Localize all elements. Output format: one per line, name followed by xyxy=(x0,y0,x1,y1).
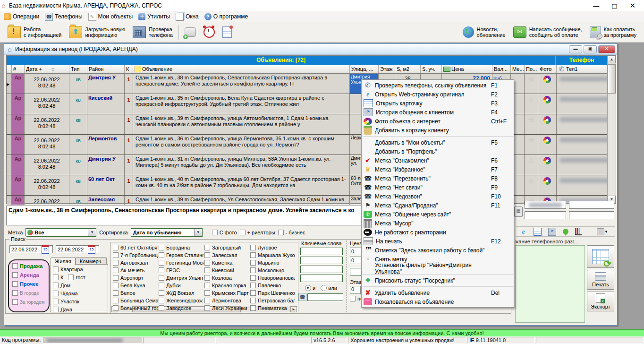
date-to-input[interactable] xyxy=(56,246,88,253)
context-menu-item-16[interactable]: Метка "Общение через сайт" xyxy=(362,210,514,219)
talk-content-textarea[interactable] xyxy=(515,245,585,323)
district-checkbox[interactable] xyxy=(113,283,119,288)
column-header-4[interactable]: Район xyxy=(87,65,125,73)
send-message-button[interactable]: ✉Написать сообщение, сообщить об оплате xyxy=(509,22,586,42)
table-row-3[interactable]: Ар22.06.20228:02:48кв1Сдам 1-комн.кв., 3… xyxy=(7,114,616,135)
photo-icon[interactable] xyxy=(543,116,551,124)
context-menu-item-4[interactable]: История общения с клиентомF4 xyxy=(362,108,514,117)
table-row-5[interactable]: Ар22.06.20228:02:48квДмитрия У1Сдам 1-ко… xyxy=(7,155,616,175)
table-row-4[interactable]: Ар22.06.20228:02:48квЛермонтов1Сдам 1-ко… xyxy=(7,135,616,155)
vertical-scrollbar[interactable]: ▲ ▼ xyxy=(607,56,616,203)
date-from-field[interactable] xyxy=(9,245,53,253)
housing-type-checkbox[interactable] xyxy=(53,283,59,288)
deal-type-checkbox[interactable] xyxy=(12,281,18,287)
toolbar-button-1[interactable]: Работа с информацией xyxy=(4,22,65,42)
keyword-input-3[interactable] xyxy=(300,266,343,273)
chart-icon[interactable] xyxy=(575,228,582,235)
table-row-1[interactable]: ▶Ар22.06.20228:02:48квДмитрия У1Сдам 1-к… xyxy=(7,74,616,94)
person-add-dropdown[interactable]: ▼ xyxy=(597,228,608,235)
context-menu-item-10[interactable]: Метка "Ознакомлен"F6 xyxy=(362,156,514,165)
district-checkbox[interactable] xyxy=(113,252,119,258)
menu-item-2[interactable]: Телефоны xyxy=(43,12,86,22)
menu-item-1[interactable]: Операции xyxy=(2,12,43,21)
context-menu-item-5[interactable]: Фото объекта с интернетCtrl+F xyxy=(362,117,514,126)
deal-type-checkbox[interactable] xyxy=(12,299,18,305)
deal-type-checkbox[interactable] xyxy=(12,290,18,296)
context-menu-item-15[interactable]: Метка "Сдана/Продана"F11 xyxy=(362,201,514,210)
district-checkbox[interactable] xyxy=(250,267,256,273)
star-icon[interactable] xyxy=(528,177,535,184)
dial-keypad-icon[interactable] xyxy=(514,206,523,217)
floor-value[interactable]: 0 xyxy=(350,286,360,293)
context-menu-item-1[interactable]: Проверить телефоны, ссылку объявленияF1 xyxy=(362,81,514,90)
column-header-2[interactable]: Дата + xyxy=(25,65,69,73)
context-menu-item-14[interactable]: Метка "Недозвон"F10 xyxy=(362,192,514,201)
district-checkbox[interactable] xyxy=(250,260,256,266)
column-header-1[interactable]: # xyxy=(12,65,25,73)
column-header-12[interactable]: Вал... xyxy=(492,65,511,73)
context-menu-item-13[interactable]: Метка "Нет связи"F9 xyxy=(362,183,514,192)
context-menu-item-24[interactable]: Присвоить статус "Посредник" xyxy=(362,276,514,285)
table-row-2[interactable]: Ар22.06.20228:02:48квКиевский1Сдам 1-ком… xyxy=(7,94,616,114)
child-close-button[interactable]: ✕ xyxy=(598,45,615,53)
star-icon[interactable] xyxy=(528,137,535,144)
context-menu-item-17[interactable]: Метка "Мусор" xyxy=(362,219,514,228)
date-to-field[interactable] xyxy=(56,245,99,253)
minus-business-checkbox[interactable] xyxy=(278,230,284,235)
column-header-10[interactable]: S, уч. xyxy=(421,65,442,73)
sort-dropdown-icon[interactable]: ▼ xyxy=(194,229,202,236)
scroll-thumb[interactable] xyxy=(608,64,616,94)
column-header-8[interactable]: Этаж xyxy=(379,65,395,73)
column-header-5[interactable]: К xyxy=(125,65,133,73)
district-checkbox[interactable] xyxy=(204,290,210,296)
housing-type-checkbox[interactable] xyxy=(53,275,59,280)
minimize-button[interactable]: — xyxy=(593,2,599,9)
context-menu-item-26[interactable]: Удалить объявлениеDel xyxy=(362,288,514,297)
district-checkbox[interactable] xyxy=(159,260,164,266)
phone-field-1[interactable] xyxy=(525,201,566,209)
housing-type-checkbox[interactable] xyxy=(53,267,59,272)
column-header-13[interactable]: Ме... xyxy=(511,65,525,73)
district-checkbox[interactable] xyxy=(159,245,164,250)
print-button[interactable]: Печать xyxy=(587,270,614,290)
district-checkbox[interactable] xyxy=(204,298,210,303)
table-row-6[interactable]: Ар22.06.20228:02:48кв60 лет Окт1Сдам 1-к… xyxy=(7,175,616,196)
context-menu-item-27[interactable]: Пожаловаться на объявление xyxy=(362,297,514,306)
district-checkbox[interactable] xyxy=(159,267,164,273)
tab-residential[interactable]: Жилая xyxy=(51,257,76,265)
keyword-input-1[interactable] xyxy=(300,248,343,255)
district-checkbox[interactable] xyxy=(250,290,256,296)
district-checkbox[interactable] xyxy=(204,252,210,258)
radio-and[interactable] xyxy=(305,285,311,291)
child-minimize-button[interactable]: ▬ xyxy=(569,45,582,53)
refresh-table-button[interactable] xyxy=(587,245,614,268)
photo-icon[interactable] xyxy=(543,76,551,83)
menu-item-5[interactable]: Окна xyxy=(174,12,203,22)
keyword-input-2[interactable] xyxy=(300,257,343,264)
child-restore-button[interactable]: ▣ xyxy=(584,45,597,53)
district-checkbox[interactable] xyxy=(159,305,164,311)
district-checkbox[interactable] xyxy=(113,298,119,303)
close-button[interactable]: ✕ xyxy=(629,1,636,10)
column-header-14[interactable]: По... xyxy=(525,65,538,73)
context-menu-item-20[interactable]: Отметка "Здесь закончил работу с базой" xyxy=(362,246,514,255)
star-icon[interactable] xyxy=(528,116,535,123)
menu-item-4[interactable]: Утилиты xyxy=(136,12,174,21)
district-checkbox[interactable] xyxy=(113,305,119,311)
district-checkbox[interactable] xyxy=(204,283,210,288)
column-header-15[interactable]: Фото xyxy=(538,65,557,73)
district-checkbox[interactable] xyxy=(159,290,164,296)
district-checkbox[interactable] xyxy=(159,252,164,258)
column-header-3[interactable]: Тип xyxy=(69,65,87,73)
date-from-calendar-icon[interactable] xyxy=(42,245,49,254)
scroll-up-button[interactable]: ▲ xyxy=(608,56,616,63)
housing-type-checkbox[interactable] xyxy=(53,291,59,296)
context-menu-item-6[interactable]: Добавить в корзину клиенту xyxy=(362,126,514,135)
district-checkbox[interactable] xyxy=(250,298,256,303)
district-checkbox[interactable] xyxy=(159,275,164,281)
context-menu-item-22[interactable]: Установить фильтр "Район=Дмитрия Ульянов… xyxy=(362,264,514,273)
district-checkbox[interactable] xyxy=(113,275,119,281)
photo-icon[interactable] xyxy=(543,96,551,103)
phone-search-input[interactable] xyxy=(307,293,343,301)
context-menu-item-8[interactable]: Добавить в "Мои объекты"F5 xyxy=(362,138,514,147)
